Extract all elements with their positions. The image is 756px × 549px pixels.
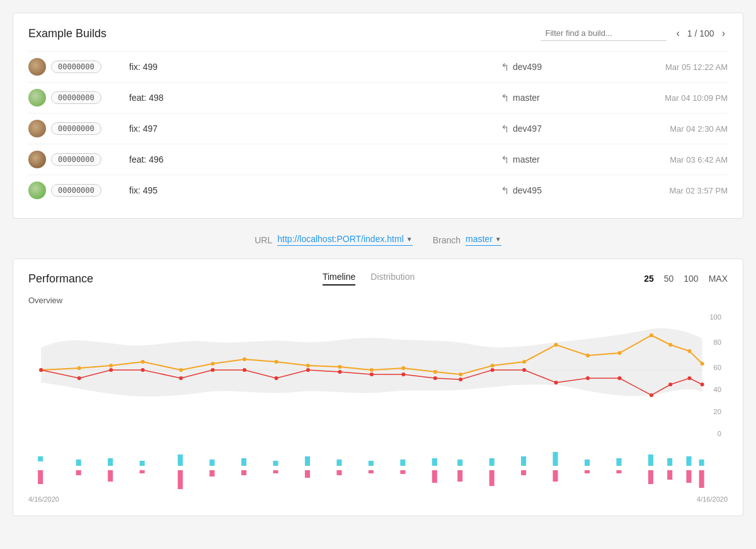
build-id-badge: 00000000 [51, 61, 101, 73]
svg-point-16 [338, 365, 341, 369]
build-date: Mar 02 3:57 PM [614, 186, 728, 195]
svg-rect-70 [305, 470, 310, 478]
branch-selector[interactable]: master ▼ [466, 234, 501, 246]
avatar [28, 58, 46, 76]
svg-rect-62 [178, 470, 183, 489]
svg-rect-84 [521, 470, 526, 475]
svg-point-37 [275, 376, 278, 380]
range-max[interactable]: MAX [709, 274, 728, 284]
chart-container: 100 80 60 40 20 0 [28, 310, 728, 503]
chart-dates: 4/16/2020 4/16/2020 [28, 495, 728, 503]
svg-rect-79 [457, 459, 462, 466]
svg-rect-78 [432, 470, 437, 483]
branch-name: dev495 [513, 185, 542, 195]
main-chart: 100 80 60 40 20 0 [28, 310, 728, 436]
range-25[interactable]: 25 [644, 274, 654, 284]
table-row[interactable]: 00000000 fix: 499 ↰ dev499 Mar 05 12:22 … [28, 51, 728, 82]
svg-point-22 [522, 360, 526, 364]
builds-header: Example Builds ‹ 1 / 100 › [28, 26, 728, 41]
avatar [28, 151, 46, 168]
branch-icon: ↰ [501, 123, 509, 135]
svg-point-14 [275, 360, 278, 364]
svg-point-20 [459, 373, 462, 376]
svg-rect-77 [432, 458, 437, 466]
branch-icon: ↰ [501, 61, 509, 73]
svg-point-9 [109, 364, 113, 367]
svg-rect-65 [241, 458, 246, 466]
svg-point-35 [211, 368, 215, 372]
build-date: Mar 05 12:22 AM [614, 62, 728, 72]
bar-chart [28, 441, 728, 491]
branch-name: master [513, 93, 540, 103]
svg-point-24 [586, 354, 590, 357]
svg-rect-98 [699, 470, 704, 488]
table-row[interactable]: 00000000 fix: 495 ↰ dev495 Mar 02 3:57 P… [28, 175, 728, 205]
svg-rect-83 [521, 456, 526, 466]
pagination-display: 1 / 100 [687, 28, 714, 38]
build-id-badge: 00000000 [51, 122, 101, 135]
svg-rect-85 [553, 452, 558, 466]
tab-timeline[interactable]: Timeline [323, 272, 355, 286]
svg-rect-61 [178, 454, 183, 466]
build-id-cell: 00000000 [28, 182, 129, 199]
prev-page-button[interactable]: ‹ [674, 26, 682, 40]
svg-rect-86 [553, 470, 558, 482]
table-row[interactable]: 00000000 feat: 498 ↰ master Mar 04 10:09… [28, 82, 728, 113]
table-row[interactable]: 00000000 feat: 496 ↰ master Mar 03 6:42 … [28, 144, 728, 175]
range-100[interactable]: 100 [684, 274, 698, 284]
build-label: fix: 495 [129, 185, 501, 195]
chart-date-start: 4/16/2020 [28, 495, 59, 503]
url-selector-group: URL http://localhost:PORT/index.html ▼ [255, 234, 412, 246]
svg-rect-97 [699, 459, 704, 466]
build-id-cell: 00000000 [28, 58, 129, 76]
svg-rect-66 [241, 470, 246, 475]
chart-section: Overview 100 80 60 40 20 0 [28, 296, 728, 503]
svg-rect-96 [686, 470, 691, 483]
branch-name: dev497 [513, 124, 542, 134]
perf-header: Performance Timeline Distribution 25 50 … [28, 272, 728, 286]
svg-point-21 [491, 364, 495, 367]
svg-rect-58 [108, 470, 113, 482]
svg-rect-75 [400, 459, 405, 466]
svg-point-29 [701, 362, 704, 366]
svg-point-46 [554, 381, 558, 384]
svg-text:0: 0 [718, 430, 721, 436]
tab-distribution[interactable]: Distribution [370, 272, 415, 286]
avatar [28, 182, 46, 199]
svg-point-18 [401, 366, 405, 370]
perf-range: 25 50 100 MAX [644, 274, 728, 284]
svg-rect-80 [457, 470, 462, 482]
svg-rect-56 [76, 470, 81, 475]
svg-text:80: 80 [714, 338, 721, 346]
svg-point-44 [491, 368, 495, 372]
build-id-cell: 00000000 [28, 120, 129, 137]
svg-rect-91 [648, 454, 653, 466]
branch-label: Branch [433, 235, 461, 245]
svg-point-32 [109, 368, 113, 372]
build-id-badge: 00000000 [51, 184, 101, 197]
svg-rect-90 [616, 470, 621, 473]
svg-point-17 [370, 368, 374, 372]
svg-point-8 [77, 366, 81, 370]
svg-rect-82 [490, 470, 495, 486]
url-label: URL [255, 235, 272, 245]
svg-point-40 [370, 373, 374, 376]
avatar [28, 120, 46, 137]
builds-card: Example Builds ‹ 1 / 100 › 00000000 fix:… [13, 13, 743, 219]
table-row[interactable]: 00000000 fix: 497 ↰ dev497 Mar 04 2:30 A… [28, 113, 728, 144]
builds-list: 00000000 fix: 499 ↰ dev499 Mar 05 12:22 … [28, 51, 728, 205]
branch-name: master [513, 154, 540, 165]
performance-card: Performance Timeline Distribution 25 50 … [13, 258, 743, 516]
url-selector[interactable]: http://localhost:PORT/index.html ▼ [277, 234, 412, 246]
build-date: Mar 04 10:09 PM [614, 93, 728, 103]
next-page-button[interactable]: › [719, 26, 728, 40]
svg-point-38 [306, 368, 310, 372]
filter-input[interactable] [541, 26, 667, 41]
svg-point-11 [179, 368, 183, 372]
svg-rect-94 [667, 470, 672, 480]
svg-point-49 [650, 393, 653, 397]
svg-point-27 [668, 343, 672, 347]
svg-rect-81 [490, 458, 495, 466]
svg-point-26 [650, 333, 653, 337]
range-50[interactable]: 50 [664, 274, 674, 284]
